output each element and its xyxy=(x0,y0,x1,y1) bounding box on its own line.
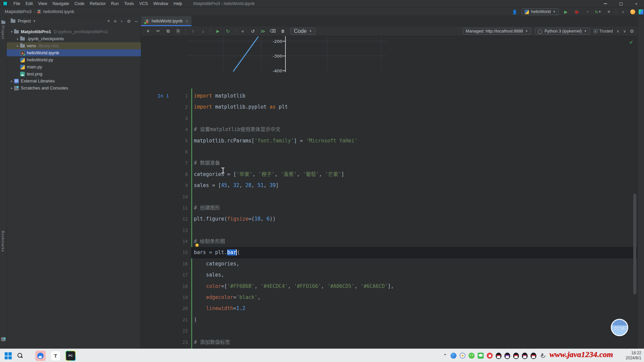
notebook-settings-icon[interactable]: ⚙ xyxy=(630,28,634,34)
code-line-8[interactable]: 8categories = ['苹果', '橙子', '香蕉', '葡萄', '… xyxy=(141,169,637,180)
run-cell-icon[interactable]: ▶ xyxy=(215,28,221,34)
kernel-select[interactable]: ◯ Python 3 (ipykernel) ▼ xyxy=(535,28,590,35)
ring-app-icon[interactable] xyxy=(460,353,466,359)
delete-cell-icon[interactable]: 🗑 xyxy=(280,28,286,34)
menu-navigate[interactable]: Navigate xyxy=(50,1,71,7)
minimize-button[interactable] xyxy=(598,0,613,7)
collapse-all-button[interactable]: ≡ xyxy=(114,19,116,24)
options-gear-button[interactable]: ⚙ xyxy=(127,19,131,24)
pycharm-taskbar-icon[interactable]: PC xyxy=(65,351,76,361)
tree-right-arrow-icon[interactable]: ▸ xyxy=(15,37,20,41)
next-cell-button[interactable]: ∨ xyxy=(623,29,626,34)
paste-cell-icon[interactable]: ⎘ xyxy=(175,28,181,34)
add-cell-icon[interactable]: + xyxy=(145,28,151,34)
search-everywhere-button[interactable]: ⌕ xyxy=(620,8,627,15)
project-toolwindow-icon[interactable] xyxy=(1,21,5,24)
code-line-2[interactable]: 2import matplotlib.pyplot as plt xyxy=(141,102,637,113)
move-up-icon[interactable]: ↑ xyxy=(190,28,196,34)
code-line-13[interactable]: 13 xyxy=(141,225,637,236)
menu-tools[interactable]: Tools xyxy=(122,1,136,7)
trusted-checkbox[interactable]: ✓ Trusted xyxy=(594,29,613,34)
tree-item-external-libraries[interactable]: ▸External Libraries xyxy=(7,77,141,84)
profile-icon[interactable]: 👤 xyxy=(511,8,518,15)
menu-code[interactable]: Code xyxy=(72,1,87,7)
tree-item-matplotlibpro1[interactable]: ▾MatplotlibPro1D:\python_pro\MatplotlibP… xyxy=(7,28,141,35)
record-stop-icon[interactable] xyxy=(487,353,493,359)
wechat-icon[interactable] xyxy=(478,353,484,359)
taskbar-clock[interactable]: 18:22 2024/8/1 xyxy=(626,351,641,361)
tree-right-arrow-icon[interactable]: ▸ xyxy=(15,44,20,48)
code-line-9[interactable]: 9sales = [45, 32, 28, 51, 39] xyxy=(141,180,637,191)
code-line-14[interactable]: 14# 绘制条形图 xyxy=(141,236,637,247)
code-line-17[interactable]: 17 sales, xyxy=(141,269,637,281)
close-button[interactable]: × xyxy=(629,0,644,7)
cut-cell-icon[interactable]: ✂ xyxy=(155,28,161,34)
code-line-18[interactable]: 18 color=['#FF6B6B', '#4ECDC4', '#FFD166… xyxy=(141,281,637,292)
recording-timer-badge[interactable]: 01:56 xyxy=(611,319,628,336)
expand-settings-button[interactable]: ÷ xyxy=(120,19,123,24)
code-line-10[interactable]: 10 xyxy=(141,191,637,202)
menu-help[interactable]: Help xyxy=(171,1,184,7)
tree-right-arrow-icon[interactable]: ▸ xyxy=(9,79,14,83)
profiler-button[interactable]: ◔ xyxy=(584,8,591,15)
qq-2-icon[interactable] xyxy=(504,353,510,359)
code-line-23[interactable]: 23# 添加数值标签 xyxy=(141,337,637,348)
recorder-app-icon[interactable] xyxy=(35,351,46,361)
tree-item-venv[interactable]: ▸venvlibrary root xyxy=(7,42,141,49)
debug-button[interactable]: 🐞 xyxy=(573,8,580,15)
code-line-4[interactable]: 4# 设置matplotlib使用黑体显示中文 xyxy=(141,124,637,135)
tree-item-helloworld-py[interactable]: helloWorld.py xyxy=(7,56,141,63)
editor-body[interactable]: -200-300-400 In 11import matplotlib2impo… xyxy=(141,36,637,349)
copy-cell-icon[interactable]: ⧉ xyxy=(165,28,171,34)
tree-item--ipynb-checkpoints[interactable]: ▸.ipynb_checkpoints xyxy=(7,35,141,42)
blue-app-icon[interactable] xyxy=(450,353,457,359)
qq-4-icon[interactable] xyxy=(522,353,528,359)
intention-bulb-icon[interactable] xyxy=(195,243,199,247)
project-panel-title[interactable]: Project xyxy=(18,19,31,23)
layout-icon[interactable] xyxy=(1,337,6,341)
tree-item-test-png[interactable]: test.png xyxy=(7,70,141,77)
run-config-select[interactable]: helloWorld ▼ xyxy=(522,8,559,15)
code-line-15[interactable]: 15bars = plt.bar( xyxy=(141,247,637,258)
code-line-20[interactable]: 20 linewidth=1.2 xyxy=(141,303,637,314)
menu-edit[interactable]: Edit xyxy=(23,1,35,7)
menu-run[interactable]: Run xyxy=(109,1,121,7)
plugin-orange-icon[interactable] xyxy=(630,9,635,14)
tree-item-helloworld-ipynb[interactable]: helloWorld.ipynb xyxy=(7,49,141,56)
clear-outputs-icon[interactable]: ⌫ xyxy=(270,28,276,34)
code-line-21[interactable]: 21) xyxy=(141,314,637,325)
menu-refactor[interactable]: Refactor xyxy=(88,1,108,7)
run-restart-icon[interactable]: ↺ xyxy=(250,28,256,34)
chevron-up-icon[interactable]: ⌃ xyxy=(443,353,447,358)
inspection-ok-icon[interactable]: ✔ xyxy=(629,40,633,45)
code-line-12[interactable]: 12plt.figure(figsize=(10, 6)) xyxy=(141,214,637,225)
maximize-button[interactable] xyxy=(613,0,629,7)
code-line-5[interactable]: 5matplotlib.rcParams['font.family'] = 'M… xyxy=(141,135,637,146)
move-down-icon[interactable]: ↓ xyxy=(200,28,206,34)
code-line-1[interactable]: In 11import matplotlib xyxy=(141,90,637,102)
restart-kernel-icon[interactable]: ↻ xyxy=(225,28,231,34)
qq-1-icon[interactable] xyxy=(496,353,501,359)
hide-panel-button[interactable]: ─ xyxy=(135,19,138,24)
qq-3-icon[interactable] xyxy=(513,353,519,359)
tree-item-main-py[interactable]: main.py xyxy=(7,63,141,70)
tree-right-arrow-icon[interactable]: ▸ xyxy=(9,86,14,90)
stop-kernel-icon[interactable]: ■ xyxy=(240,28,246,34)
stop-button[interactable]: ■ xyxy=(605,8,612,15)
code-cell[interactable]: In 11import matplotlib2import matplotlib… xyxy=(141,90,637,348)
prev-cell-button[interactable]: ∧ xyxy=(616,29,620,34)
microphone-icon[interactable] xyxy=(539,353,545,359)
locate-button[interactable]: ⌖ xyxy=(107,18,110,24)
run-button[interactable]: ▶ xyxy=(562,8,570,15)
code-line-6[interactable]: 6 xyxy=(141,146,637,158)
menu-vcs[interactable]: VCS xyxy=(137,1,150,7)
plugin-teal-icon[interactable] xyxy=(639,9,643,14)
run-all-icon[interactable]: ≫ xyxy=(260,28,266,34)
start-button[interactable] xyxy=(5,352,12,359)
tab-helloworld-ipynb[interactable]: helloWorld.ipynb × xyxy=(141,16,192,26)
code-line-16[interactable]: 16 categories, xyxy=(141,258,637,269)
taskbar-search-icon[interactable] xyxy=(16,352,23,359)
code-line-3[interactable]: 3 xyxy=(141,113,637,124)
cell-type-select[interactable]: Code ▼ xyxy=(290,28,315,35)
bookmarks-toolwindow-label[interactable]: Bookmarks xyxy=(1,231,5,252)
